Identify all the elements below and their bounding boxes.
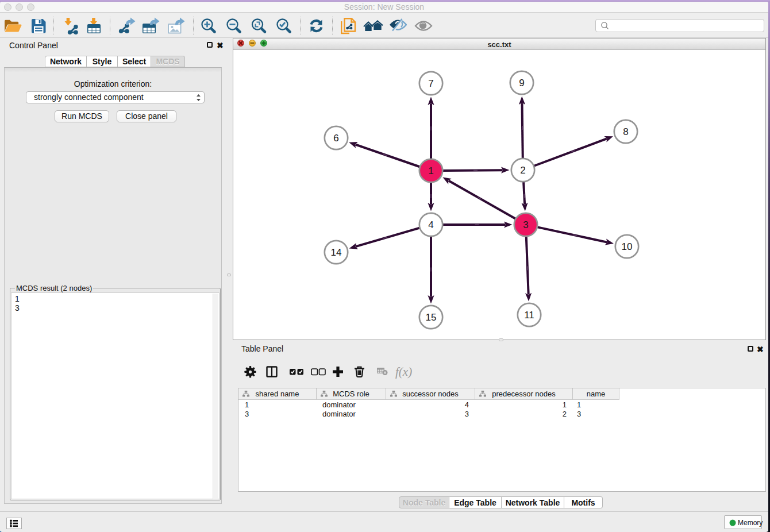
svg-text:9: 9 [519, 78, 524, 88]
svg-text:10: 10 [622, 241, 633, 252]
svg-text:4: 4 [428, 219, 433, 230]
svg-text:6: 6 [333, 133, 338, 144]
svg-text:11: 11 [524, 310, 534, 321]
svg-text:2: 2 [520, 165, 525, 176]
svg-text:1: 1 [428, 165, 433, 176]
svg-text:14: 14 [331, 247, 342, 258]
svg-text:8: 8 [623, 126, 628, 137]
svg-text:15: 15 [426, 312, 437, 323]
svg-text:3: 3 [523, 219, 528, 230]
svg-text:7: 7 [428, 78, 433, 89]
svg-text:f(x): f(x) [395, 365, 412, 379]
